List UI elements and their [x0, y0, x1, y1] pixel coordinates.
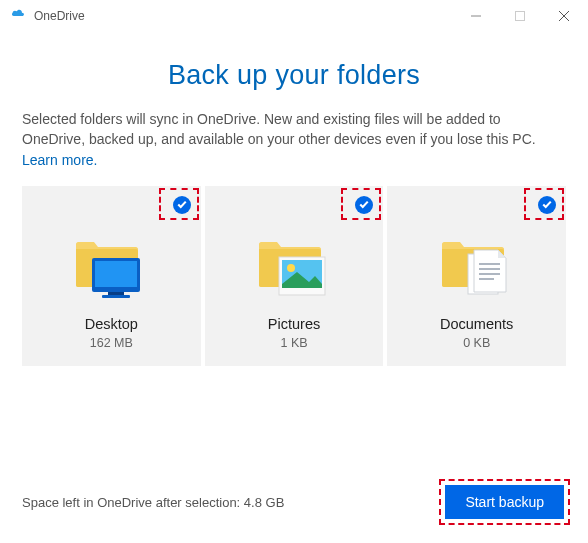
svg-rect-6 [108, 292, 124, 295]
page-title: Back up your folders [22, 60, 566, 91]
space-left-value: 4.8 GB [244, 495, 284, 510]
description-text: Selected folders will sync in OneDrive. … [22, 109, 566, 170]
window-maximize-button[interactable] [498, 1, 542, 31]
space-left-label: Space left in OneDrive after selection: [22, 495, 244, 510]
svg-rect-1 [516, 12, 525, 21]
checkmark-icon[interactable] [173, 196, 191, 214]
folder-card-desktop[interactable]: Desktop 162 MB [22, 186, 201, 366]
checkmark-icon[interactable] [355, 196, 373, 214]
svg-rect-5 [95, 261, 137, 287]
checkmark-icon[interactable] [538, 196, 556, 214]
window-title: OneDrive [34, 9, 85, 23]
window-minimize-button[interactable] [454, 1, 498, 31]
window-titlebar: OneDrive [0, 0, 588, 32]
window-close-button[interactable] [542, 1, 586, 31]
learn-more-link[interactable]: Learn more. [22, 152, 97, 168]
folder-card-pictures[interactable]: Pictures 1 KB [205, 186, 384, 366]
svg-rect-7 [102, 295, 130, 298]
svg-point-10 [287, 264, 295, 272]
onedrive-cloud-icon [10, 8, 26, 24]
folder-name: Desktop [85, 316, 138, 332]
space-left-text: Space left in OneDrive after selection: … [22, 495, 284, 510]
folder-card-documents[interactable]: Documents 0 KB [387, 186, 566, 366]
footer-bar: Space left in OneDrive after selection: … [0, 479, 588, 543]
pictures-folder-icon [251, 228, 337, 302]
start-backup-button[interactable]: Start backup [445, 485, 564, 519]
folder-size: 162 MB [90, 336, 133, 350]
folder-size: 1 KB [280, 336, 307, 350]
folder-name: Documents [440, 316, 513, 332]
folder-cards: Desktop 162 MB Pictures 1 KB [22, 186, 566, 366]
folder-size: 0 KB [463, 336, 490, 350]
desktop-folder-icon [68, 228, 154, 302]
documents-folder-icon [434, 228, 520, 302]
description-body: Selected folders will sync in OneDrive. … [22, 111, 536, 147]
folder-name: Pictures [268, 316, 320, 332]
